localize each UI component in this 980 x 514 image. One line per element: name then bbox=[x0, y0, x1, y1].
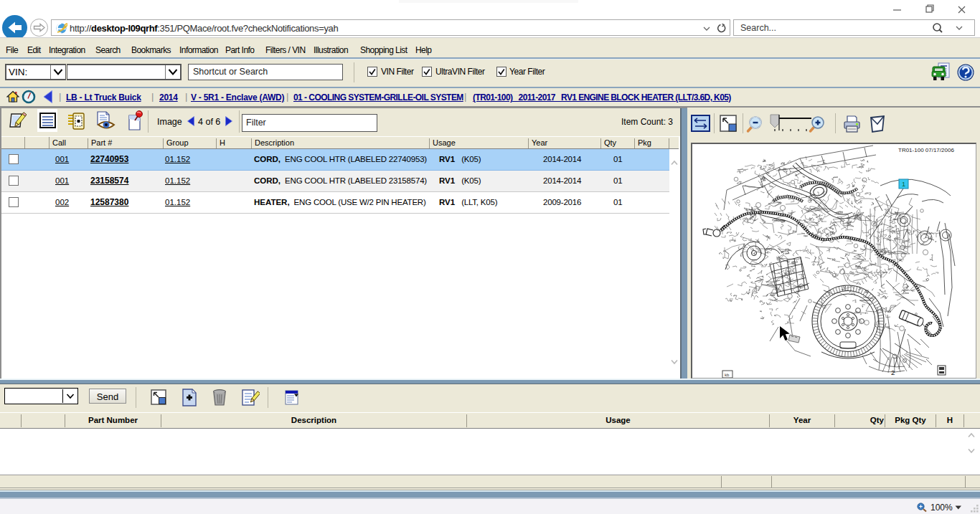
svg-text:1: 1 bbox=[902, 181, 905, 188]
svg-text:kb: kb bbox=[725, 373, 730, 377]
svg-text:2: 2 bbox=[891, 368, 895, 376]
svg-text:TR01-100 07/17/2006: TR01-100 07/17/2006 bbox=[898, 147, 954, 153]
